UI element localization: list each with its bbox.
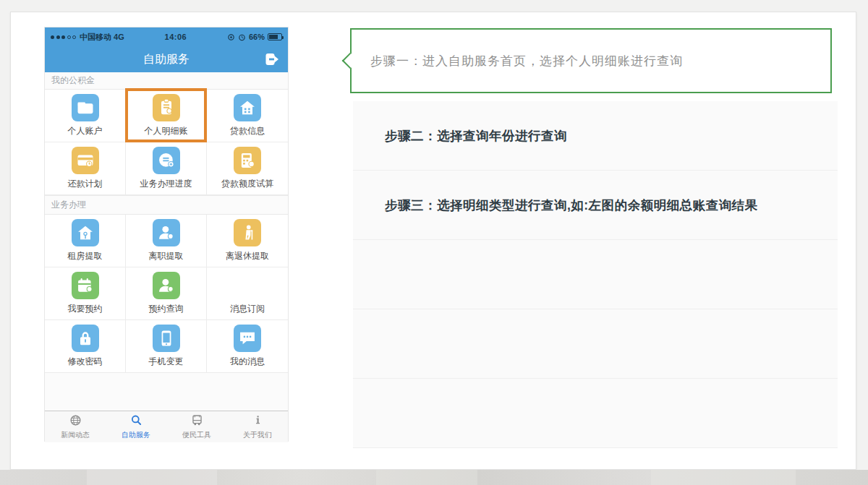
section-header-business: 业务办理: [45, 195, 288, 215]
progress-icon: [153, 147, 180, 174]
page-title: 自助服务: [143, 52, 190, 67]
repayment-card-icon: [72, 147, 99, 174]
step1-callout: 步骤一：进入自助服务首页，选择个人明细账进行查询: [350, 28, 832, 93]
step3-row: 步骤三：选择明细类型进行查询,如:左图的余额明细总账查询结果: [353, 171, 838, 240]
tile-grid-business: 租房提取离职提取离退休提取我要预约预约查询消息订阅修改密码手机变更我的消息: [45, 215, 288, 373]
step1-text: 步骤一：进入自助服务首页，选择个人明细账进行查询: [370, 53, 683, 69]
status-bar: 中国移动 4G 14:06 66%: [45, 27, 288, 46]
tile-label: 手机变更: [149, 356, 184, 368]
carrier-label: 中国移动: [80, 32, 111, 43]
tab-self-service[interactable]: 自助服务: [106, 411, 166, 442]
callout-arrow-icon: [342, 53, 359, 69]
tile-label: 贷款信息: [230, 125, 265, 137]
person-withdraw-icon: [153, 219, 180, 246]
section-header-label: 我的公积金: [51, 74, 95, 87]
background-photo-band: [0, 470, 868, 485]
tile-label: 我的消息: [230, 356, 265, 368]
orientation-lock-icon: [227, 33, 235, 41]
tile-label: 还款计划: [68, 178, 103, 190]
tab-tools[interactable]: 便民工具: [166, 411, 227, 442]
tile-retirement-withdrawal[interactable]: 离退休提取: [207, 215, 288, 267]
search-icon: [129, 413, 143, 429]
tile-label: 我要预约: [68, 303, 103, 315]
step3-text: 步骤三：选择明细类型进行查询,如:左图的余额明细总账查询结果: [385, 197, 758, 214]
tile-label: 个人明细账: [145, 125, 188, 137]
empty-row: [353, 309, 838, 379]
tile-label: 预约查询: [149, 303, 184, 315]
person-search-icon: [153, 272, 180, 299]
tab-label: 新闻动态: [61, 430, 90, 440]
tile-change-password[interactable]: 修改密码: [45, 320, 126, 373]
step2-text: 步骤二：选择查询年份进行查询: [385, 127, 567, 145]
lock-icon: [72, 325, 99, 352]
tile-make-appointment[interactable]: 我要预约: [45, 267, 126, 320]
section-header-my-fund: 我的公积金: [45, 72, 288, 90]
tile-label: 离职提取: [149, 250, 184, 262]
empty-row: [353, 240, 838, 309]
tile-label: 消息订阅: [230, 303, 265, 315]
step2-row: 步骤二：选择查询年份进行查询: [353, 101, 838, 171]
nav-bar: 自助服务: [45, 46, 288, 72]
retiree-icon: [234, 219, 261, 246]
chat-icon: [234, 325, 261, 352]
tile-personal-detail-ledger[interactable]: 个人明细账: [126, 90, 207, 142]
tile-label: 租房提取: [68, 250, 103, 262]
tile-loan-quota-calc[interactable]: 贷款额度试算: [207, 142, 288, 195]
alarm-icon: [238, 33, 246, 41]
tile-grid-my-fund: 个人账户个人明细账贷款信息还款计划业务办理进度贷款额度试算: [45, 90, 288, 195]
section-header-label: 业务办理: [51, 199, 86, 211]
house-withdraw-icon: [72, 219, 99, 246]
tab-label: 自助服务: [122, 430, 150, 440]
content-card: 中国移动 4G 14:06 66% 自助服务: [10, 12, 856, 470]
battery-percent-label: 66%: [249, 33, 265, 41]
tile-resignation-withdrawal[interactable]: 离职提取: [126, 215, 207, 267]
tile-label: 个人账户: [68, 125, 103, 137]
house-calculator-icon: [234, 94, 261, 121]
calculator-icon: [234, 147, 261, 174]
tile-repayment-plan[interactable]: 还款计划: [45, 142, 126, 195]
bottom-tab-bar: 新闻动态自助服务便民工具关于我们: [45, 411, 288, 442]
logout-icon[interactable]: [263, 51, 281, 68]
clock-label: 14:06: [124, 33, 227, 41]
no-icon-placeholder: [234, 272, 261, 299]
detail-ledger-icon: [153, 94, 180, 121]
network-label: 4G: [114, 33, 124, 41]
globe-icon: [69, 413, 82, 429]
signal-strength-icon: [51, 35, 76, 39]
tile-phone-change[interactable]: 手机变更: [126, 320, 207, 373]
step-list: 步骤二：选择查询年份进行查询 步骤三：选择明细类型进行查询,如:左图的余额明细总…: [353, 101, 838, 448]
tile-my-messages[interactable]: 我的消息: [207, 320, 288, 373]
folder-icon: [72, 94, 99, 121]
phone-icon: [153, 325, 180, 352]
tile-rent-withdrawal[interactable]: 租房提取: [45, 215, 126, 267]
tab-label: 便民工具: [182, 430, 211, 440]
tab-about[interactable]: 关于我们: [227, 411, 288, 442]
calendar-icon: [72, 272, 99, 299]
tile-label: 修改密码: [68, 356, 103, 368]
tab-news[interactable]: 新闻动态: [45, 411, 106, 442]
battery-icon: [268, 33, 282, 40]
tile-label: 业务办理进度: [140, 178, 192, 190]
tile-label: 贷款额度试算: [221, 178, 273, 190]
phone-screenshot: 中国移动 4G 14:06 66% 自助服务: [44, 27, 289, 442]
info-icon: [251, 413, 265, 429]
tile-business-progress[interactable]: 业务办理进度: [126, 142, 207, 195]
bus-icon: [190, 413, 204, 429]
tab-label: 关于我们: [243, 430, 272, 440]
empty-area: [45, 373, 288, 411]
tile-message-subscription[interactable]: 消息订阅: [207, 267, 288, 320]
empty-row: [353, 379, 838, 448]
tile-label: 离退休提取: [226, 250, 269, 262]
tile-appointment-query[interactable]: 预约查询: [126, 267, 207, 320]
tile-loan-info[interactable]: 贷款信息: [207, 90, 288, 142]
tile-personal-account[interactable]: 个人账户: [45, 90, 126, 142]
